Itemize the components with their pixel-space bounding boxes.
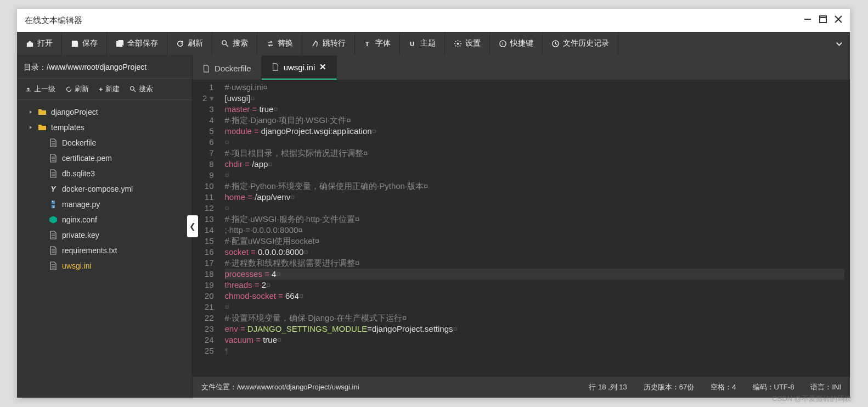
status-encoding[interactable]: 编码：UTF-8 — [753, 382, 794, 392]
toolbar-label: 设置 — [465, 38, 481, 48]
status-cursor[interactable]: 行 18 ,列 13 — [589, 382, 627, 392]
status-path: 文件位置：/www/wwwroot/djangoProject/uwsgi.in… — [201, 382, 359, 392]
tab[interactable]: Dockerfile — [193, 57, 262, 80]
shortcuts-button[interactable]: i快捷键 — [490, 32, 543, 55]
titlebar: 在线文本编辑器 — [17, 9, 850, 32]
toolbar-label: 跳转行 — [323, 38, 346, 48]
file-item[interactable]: Ydocker-compose.yml — [17, 181, 192, 197]
goto-button[interactable]: 跳转行 — [302, 32, 355, 55]
svg-text:T: T — [365, 41, 369, 47]
folder-item[interactable]: djangoProject — [17, 104, 192, 120]
font-button[interactable]: T字体 — [355, 32, 400, 55]
code-lines[interactable]: #·uwsgi.ini¤[uwsgi]¤master·=·true¤#·指定·D… — [219, 80, 850, 377]
search-button[interactable]: 搜索 — [212, 32, 257, 55]
new-button[interactable]: +新建 — [95, 82, 123, 96]
tree-item-label: nginx.conf — [62, 215, 97, 224]
status-spaces[interactable]: 空格：4 — [711, 382, 736, 392]
status-history[interactable]: 历史版本：67份 — [644, 382, 694, 392]
settings-button[interactable]: 设置 — [445, 32, 490, 55]
history-button[interactable]: 文件历史记录 — [543, 32, 618, 55]
svg-text:U: U — [410, 41, 414, 47]
folder-item[interactable]: templates — [17, 120, 192, 135]
toolbar-label: 全部保存 — [127, 38, 158, 48]
file-item[interactable]: nginx.conf — [17, 212, 192, 227]
toolbar: 打开 保存 全部保存 刷新 搜索 替换 跳转行 T字体 U主题 设置 i快捷键 … — [17, 32, 850, 55]
file-tree: djangoProjecttemplatesDockerfilecertific… — [17, 100, 192, 398]
close-icon[interactable] — [835, 15, 842, 25]
toolbar-label: 替换 — [278, 38, 293, 48]
toolbar-label: 主题 — [420, 38, 436, 48]
tree-item-label: docker-compose.yml — [62, 185, 133, 193]
minimize-icon[interactable] — [804, 15, 811, 25]
tree-item-label: uwsgi.ini — [62, 261, 92, 270]
sidebar-search-button[interactable]: 搜索 — [126, 82, 156, 96]
tab-label: uwsgi.ini — [284, 63, 315, 72]
tree-item-label: templates — [51, 123, 84, 132]
tree-item-label: certificate.pem — [62, 154, 112, 163]
tab[interactable]: uwsgi.ini✕ — [262, 55, 337, 80]
editor-modal: 在线文本编辑器 打开 保存 全部保存 刷新 搜索 替换 跳转行 T字体 U主题 … — [16, 8, 850, 398]
svg-text:i: i — [502, 41, 503, 46]
tree-item-label: djangoProject — [51, 108, 98, 116]
tab-label: Dockerfile — [215, 64, 251, 73]
toolbar-label: 刷新 — [188, 38, 203, 48]
sidebar-path: 目录：/www/wwwroot/djangoProject — [17, 55, 192, 78]
theme-button[interactable]: U主题 — [400, 32, 445, 55]
up-button[interactable]: 上一级 — [21, 82, 59, 96]
toolbar-label: 快捷键 — [510, 38, 533, 48]
tree-item-label: private.key — [62, 231, 99, 239]
toolbar-label: 文件历史记录 — [563, 38, 609, 48]
toolbar-label: 打开 — [37, 38, 53, 48]
save-all-button[interactable]: 全部保存 — [107, 32, 167, 55]
svg-marker-16 — [49, 216, 57, 224]
code-editor[interactable]: 12 ▾345678910111213141516171819202122232… — [193, 80, 850, 377]
statusbar: 文件位置：/www/wwwroot/djangoProject/uwsgi.in… — [193, 377, 850, 398]
open-button[interactable]: 打开 — [17, 32, 62, 55]
file-item[interactable]: uwsgi.ini — [17, 258, 192, 274]
svg-point-12 — [130, 86, 134, 90]
tree-item-label: Dockerfile — [62, 138, 96, 147]
tab-close-icon[interactable]: ✕ — [319, 62, 326, 72]
svg-point-4 — [222, 40, 227, 44]
svg-line-5 — [226, 44, 228, 47]
file-item[interactable]: certificate.pem — [17, 150, 192, 166]
window-title: 在线文本编辑器 — [25, 15, 82, 26]
svg-point-9 — [500, 40, 506, 46]
svg-point-8 — [457, 42, 459, 44]
svg-line-13 — [133, 90, 136, 92]
toolbar-label: 保存 — [82, 38, 98, 48]
tree-item-label: db.sqlite3 — [62, 169, 95, 178]
sidebar: 目录：/www/wwwroot/djangoProject 上一级 刷新 +新建… — [17, 55, 193, 398]
status-lang[interactable]: 语言：INI — [810, 382, 841, 392]
save-button[interactable]: 保存 — [62, 32, 107, 55]
svg-rect-1 — [820, 16, 826, 23]
sidebar-refresh-button[interactable]: 刷新 — [62, 82, 92, 96]
file-item[interactable]: db.sqlite3 — [17, 166, 192, 181]
toolbar-overflow-toggle[interactable] — [828, 32, 850, 55]
file-item[interactable]: requirements.txt — [17, 243, 192, 258]
file-item[interactable]: manage.py — [17, 197, 192, 212]
collapse-sidebar-handle[interactable]: ❮ — [187, 215, 198, 237]
toolbar-label: 搜索 — [233, 38, 248, 48]
svg-point-15 — [53, 207, 54, 208]
toolbar-label: 字体 — [375, 38, 391, 48]
tree-item-label: requirements.txt — [62, 246, 117, 255]
maximize-icon[interactable] — [819, 15, 827, 25]
file-item[interactable]: Dockerfile — [17, 135, 192, 150]
tree-item-label: manage.py — [62, 200, 100, 209]
file-item[interactable]: private.key — [17, 227, 192, 243]
svg-point-14 — [52, 201, 53, 202]
replace-button[interactable]: 替换 — [257, 32, 302, 55]
tabs: Dockerfileuwsgi.ini✕ — [193, 55, 850, 80]
editor-area: Dockerfileuwsgi.ini✕ 12 ▾345678910111213… — [193, 55, 850, 398]
refresh-button[interactable]: 刷新 — [167, 32, 212, 55]
